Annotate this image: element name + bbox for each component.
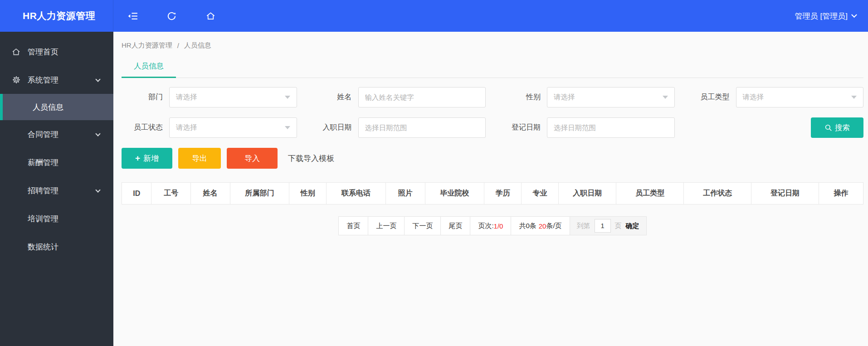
page-last-button[interactable]: 尾页 — [441, 217, 470, 235]
brand-area: HR人力资源管理 — [0, 0, 113, 32]
download-template-link[interactable]: 下载导入模板 — [288, 153, 334, 164]
import-button-label: 导入 — [244, 153, 260, 164]
filter-hire-date: 入职日期 — [311, 117, 486, 138]
sidebar-item-label: 系统管理 — [28, 75, 59, 85]
caret-down-icon — [285, 126, 290, 129]
refresh-icon[interactable] — [162, 7, 180, 25]
sidebar-item-recruit[interactable]: 招聘管理 — [0, 176, 113, 205]
caret-down-icon — [663, 96, 668, 99]
home-icon — [11, 47, 21, 57]
home-icon[interactable] — [201, 7, 219, 25]
register-date-input[interactable] — [547, 117, 675, 138]
per-page-unit: 条/页 — [546, 222, 561, 230]
caret-down-icon — [851, 96, 857, 99]
goto-unit: 页 — [615, 222, 622, 230]
filter-employee-status: 员工状态 请选择 — [122, 117, 297, 138]
sidebar-item-contract[interactable]: 合同管理 — [0, 120, 113, 148]
col-actions: 操作 — [819, 183, 863, 205]
filter-label: 登记日期 — [499, 123, 547, 132]
filter-label: 入职日期 — [311, 123, 358, 132]
breadcrumb: HR人力资源管理 / 人员信息 — [122, 41, 863, 50]
filter-register-date: 登记日期 — [499, 117, 675, 138]
sidebar-item-system[interactable]: 系统管理 — [0, 66, 113, 94]
hire-date-input[interactable] — [358, 117, 486, 138]
filter-form: 部门 请选择 姓名 性别 请选择 — [122, 87, 863, 138]
breadcrumb-root[interactable]: HR人力资源管理 — [122, 41, 172, 50]
gear-icon — [11, 75, 21, 84]
collapse-menu-icon[interactable] — [123, 7, 141, 25]
filter-label: 员工类型 — [688, 93, 736, 102]
col-employee-type: 员工类型 — [616, 183, 684, 205]
col-photo: 照片 — [386, 183, 425, 205]
action-toolbar: + 新增 导出 导入 下载导入模板 — [122, 148, 863, 169]
sidebar-item-label: 培训管理 — [28, 214, 59, 224]
col-work-status: 工作状态 — [684, 183, 751, 205]
filter-label: 员工状态 — [122, 123, 169, 132]
search-icon — [824, 124, 833, 132]
app-title: HR人力资源管理 — [23, 10, 95, 22]
employee-status-select[interactable]: 请选择 — [169, 117, 297, 138]
department-select[interactable]: 请选择 — [169, 87, 297, 107]
gender-select[interactable]: 请选择 — [547, 87, 675, 107]
page-next-button[interactable]: 下一页 — [405, 217, 441, 235]
name-input[interactable] — [358, 87, 486, 107]
search-cell: 搜索 — [688, 117, 864, 138]
page-index-value: 1/0 — [494, 222, 503, 230]
sidebar-item-statistics[interactable]: 数据统计 — [0, 233, 113, 261]
filter-employee-type: 员工类型 请选择 — [688, 87, 864, 107]
page-index-label: 页次: — [478, 222, 493, 230]
sidebar-item-label: 数据统计 — [28, 242, 59, 252]
select-placeholder: 请选择 — [176, 93, 285, 102]
caret-down-icon — [285, 96, 290, 99]
user-menu[interactable]: 管理员 [管理员] — [795, 11, 868, 21]
goto-page-group: 到第 页 确定 — [570, 217, 646, 235]
goto-page-input[interactable] — [595, 219, 611, 233]
sidebar-item-salary[interactable]: 薪酬管理 — [0, 148, 113, 176]
pagination-row: 首页 上一页 下一页 尾页 页次:1/0 共0条20条/页 到第 页 确定 — [122, 216, 863, 235]
filter-label: 性别 — [499, 93, 547, 102]
sidebar-item-home[interactable]: 管理首页 — [0, 38, 113, 66]
plus-icon: + — [135, 153, 140, 163]
filter-gender: 性别 请选择 — [499, 87, 675, 107]
header-actions — [113, 7, 219, 25]
employee-table: ID 工号 姓名 所属部门 性别 联系电话 照片 毕业院校 学历 专业 入职日期… — [122, 182, 863, 205]
user-name: 管理员 [管理员] — [795, 11, 848, 21]
add-button[interactable]: + 新增 — [122, 148, 172, 169]
col-department: 所属部门 — [230, 183, 289, 205]
col-name: 姓名 — [191, 183, 230, 205]
select-placeholder: 请选择 — [743, 93, 852, 102]
search-button[interactable]: 搜索 — [811, 117, 863, 138]
col-hire-date: 入职日期 — [558, 183, 616, 205]
per-page-count: 20 — [539, 222, 546, 230]
col-phone: 联系电话 — [327, 183, 386, 205]
employee-type-select[interactable]: 请选择 — [736, 87, 864, 107]
col-employee-no: 工号 — [151, 183, 191, 205]
breadcrumb-current: 人员信息 — [184, 41, 211, 50]
breadcrumb-separator: / — [177, 42, 179, 49]
chevron-down-icon — [95, 131, 100, 136]
page-first-button[interactable]: 首页 — [339, 217, 368, 235]
add-button-label: 新增 — [143, 153, 159, 164]
goto-confirm-button[interactable]: 确定 — [626, 222, 639, 230]
export-button[interactable]: 导出 — [178, 148, 221, 169]
filter-department: 部门 请选择 — [122, 87, 297, 107]
sidebar-item-training[interactable]: 培训管理 — [0, 205, 113, 233]
import-button[interactable]: 导入 — [227, 148, 278, 169]
main-content: HR人力资源管理 / 人员信息 人员信息 部门 请选择 姓名 — [113, 32, 868, 346]
col-id: ID — [122, 183, 151, 205]
chevron-down-icon — [95, 77, 100, 82]
col-school: 毕业院校 — [425, 183, 484, 205]
sidebar-item-label: 薪酬管理 — [28, 157, 59, 168]
goto-label: 到第 — [577, 222, 590, 230]
filter-label: 姓名 — [311, 93, 358, 102]
filter-name: 姓名 — [311, 87, 486, 107]
table-header-row: ID 工号 姓名 所属部门 性别 联系电话 照片 毕业院校 学历 专业 入职日期… — [122, 183, 863, 205]
page-prev-button[interactable]: 上一页 — [368, 217, 405, 235]
col-education: 学历 — [484, 183, 522, 205]
col-major: 专业 — [522, 183, 559, 205]
chevron-down-icon — [851, 12, 857, 18]
pagination: 首页 上一页 下一页 尾页 页次:1/0 共0条20条/页 到第 页 确定 — [338, 216, 646, 235]
sidebar-item-personnel-active[interactable]: 人员信息 — [0, 94, 113, 120]
tab-personnel-info[interactable]: 人员信息 — [122, 61, 176, 78]
sidebar-nav: 管理首页 系统管理 — [0, 32, 113, 346]
